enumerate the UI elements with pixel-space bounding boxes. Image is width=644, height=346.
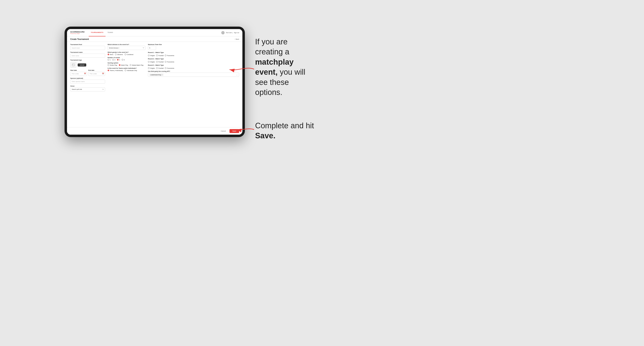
logo-placeholder [70, 62, 76, 68]
event-type-label: Is this event for Teams and/or Individua… [108, 67, 146, 69]
api-tag-remove[interactable]: × [162, 74, 163, 76]
round-4[interactable]: 4 [122, 59, 125, 61]
sponsor-input[interactable] [70, 80, 105, 84]
sign-out-button[interactable]: Sign out [234, 32, 239, 33]
cancel-button[interactable]: Cancel [219, 129, 228, 133]
event-individuals[interactable]: Individuals Only [124, 70, 137, 71]
chevron-down-icon: ⌄ [236, 74, 238, 76]
end-date-wrap: 📅 [88, 71, 105, 76]
end-date-group: End date 📅 [88, 70, 105, 76]
tournament-logo-label: Tournament logo [70, 59, 105, 61]
nav-username: Test User | [226, 32, 232, 33]
form-col-left: Tournament Host Tournament name Tourname… [70, 44, 105, 125]
scoring-medal[interactable]: Medal Match Play [130, 64, 144, 66]
form-footer: Cancel Save [67, 127, 242, 135]
tab-teams[interactable]: TEAMS [106, 29, 115, 36]
page-header: Create Tournament ‹ Back [67, 36, 242, 42]
event-type-group: Is this event for Teams and/or Individua… [108, 67, 146, 71]
scoring-radio-group: Stroke Play Match Play Medal Match Play [108, 64, 146, 66]
gender-combined[interactable]: Combined [124, 54, 134, 55]
division-group: Which division is the event for? NCAA Di… [108, 44, 146, 50]
scoring-stroke[interactable]: Stroke Play [108, 64, 117, 66]
start-date-label: Start date [70, 70, 87, 71]
arrow-matchplay-icon [226, 65, 256, 73]
start-date-wrap: 📅 [70, 71, 87, 76]
round1-match-group: Round 1 - Match Type Singles Fourball [148, 52, 239, 56]
venue-group: Venue Search golf club [70, 85, 105, 91]
logo-upload-area: Upload [70, 62, 105, 68]
api-selected-tag: Leaderboard King × [149, 74, 164, 76]
nav-bar: SCOREBOARD Powered by clippit TOURNAMENT… [67, 29, 242, 36]
nav-tabs: TOURNAMENTS TEAMS [89, 29, 221, 36]
back-button[interactable]: ‹ Back [234, 38, 239, 40]
tablet-frame: SCOREBOARD Powered by clippit TOURNAMENT… [64, 27, 245, 137]
form-col-mid: Which division is the event for? NCAA Di… [108, 44, 146, 125]
tournament-host-input[interactable] [70, 46, 105, 50]
tournament-logo-group: Tournament logo Upload [70, 59, 105, 68]
form-area: Tournament Host Tournament name Tourname… [67, 42, 242, 127]
round-1[interactable]: 1 [108, 59, 111, 61]
round2-match-options: Singles Fourball Foursomes [148, 61, 239, 63]
api-select-wrap[interactable]: Leaderboard King × ⌄ [148, 73, 239, 77]
round2-match-label: Round 2 - Match Type [148, 58, 239, 60]
division-select[interactable]: NCAA Division I [108, 46, 146, 50]
form-col-right: Maximum Team Size Round 1 - Match Type S… [148, 44, 239, 125]
r2-fourball[interactable]: Fourball [156, 61, 164, 63]
rounds-label: Number of rounds [108, 57, 146, 58]
round-2[interactable]: 2 [112, 59, 115, 61]
r1-foursomes[interactable]: Foursomes [165, 55, 174, 56]
sponsor-label: Sponsor (optional) [70, 78, 105, 79]
app-logo: SCOREBOARD Powered by clippit [70, 31, 84, 34]
scoring-label: Scoring system [108, 62, 146, 64]
image-icon [72, 63, 75, 66]
round-3[interactable]: 3 [117, 59, 120, 61]
upload-button[interactable]: Upload [78, 63, 86, 66]
event-type-radio-group: Teams (+Individuals) Individuals Only [108, 70, 146, 71]
gender-group: Which gender is the event for? Mens Wome… [108, 52, 146, 55]
scoring-group: Scoring system Stroke Play Match Play [108, 62, 146, 66]
round2-match-group: Round 2 - Match Type Singles Fourball [148, 58, 239, 63]
end-date-label: End date [88, 70, 105, 71]
max-team-size-label: Maximum Team Size [148, 44, 239, 45]
r3-foursomes[interactable]: Foursomes [165, 67, 174, 69]
r1-singles[interactable]: Singles [148, 55, 155, 56]
r2-foursomes[interactable]: Foursomes [165, 61, 174, 63]
calendar-icon-end: 📅 [102, 73, 104, 74]
tablet-screen: SCOREBOARD Powered by clippit TOURNAMENT… [67, 29, 242, 135]
tournament-host-label: Tournament Host [70, 44, 105, 45]
avatar: T [221, 31, 224, 34]
app-title: SCOREBOARD [70, 31, 84, 33]
max-team-size-input[interactable] [148, 46, 156, 50]
tournament-host-group: Tournament Host [70, 44, 105, 50]
date-row: Start date 📅 End date 📅 [70, 70, 105, 76]
rounds-group: Number of rounds 1 2 3 [108, 57, 146, 61]
r3-fourball[interactable]: Fourball [156, 67, 164, 69]
r2-singles[interactable]: Singles [148, 61, 155, 63]
tournament-name-label: Tournament name [70, 52, 105, 53]
gender-mens[interactable]: Mens [108, 54, 113, 55]
tournament-name-input[interactable] [70, 54, 105, 58]
r1-fourball[interactable]: Fourball [156, 55, 164, 56]
start-date-group: Start date 📅 [70, 70, 87, 76]
venue-label: Venue [70, 85, 105, 87]
event-teams[interactable]: Teams (+Individuals) [108, 70, 123, 71]
round1-match-options: Singles Fourball Foursomes [148, 55, 239, 56]
arrow-save-icon [234, 127, 256, 133]
gender-radio-group: Mens Womens Combined [108, 54, 146, 55]
annotation-save-bold: Save. [255, 131, 276, 140]
gender-label: Which gender is the event for? [108, 52, 146, 53]
page-title: Create Tournament [70, 38, 89, 40]
round1-match-label: Round 1 - Match Type [148, 52, 239, 53]
r3-singles[interactable]: Singles [148, 67, 155, 69]
division-label: Which division is the event for? [108, 44, 146, 45]
nav-user-area: T Test User | Sign out [221, 31, 239, 34]
venue-select[interactable]: Search golf club [70, 87, 105, 91]
tournament-name-group: Tournament name [70, 52, 105, 58]
tab-tournaments[interactable]: TOURNAMENTS [89, 29, 106, 36]
sponsor-group: Sponsor (optional) [70, 78, 105, 84]
gender-womens[interactable]: Womens [115, 54, 123, 55]
scoring-match[interactable]: Match Play [119, 64, 128, 66]
svg-point-1 [72, 64, 73, 64]
rounds-radio-group: 1 2 3 4 [108, 59, 146, 61]
max-team-size-group: Maximum Team Size [148, 44, 239, 50]
